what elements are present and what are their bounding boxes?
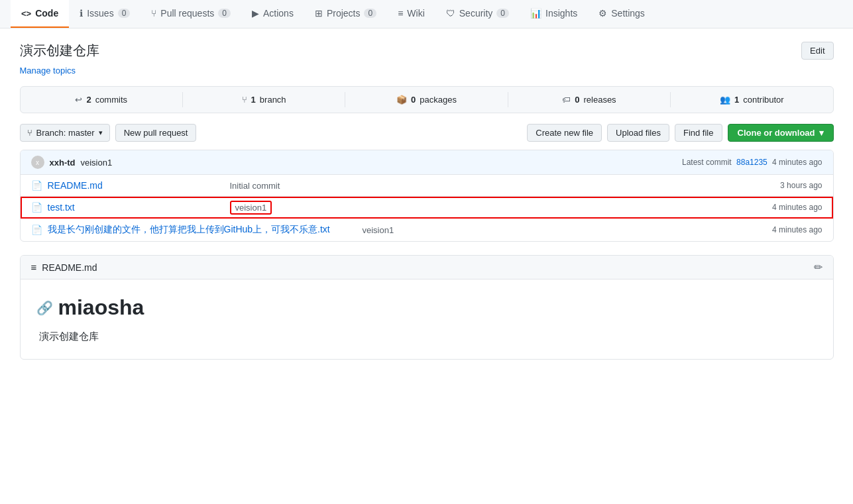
table-row: 📄 我是长勺刚创建的文件，他打算把我上传到GitHub上，可我不乐意.txt v… (21, 219, 833, 241)
action-bar-left: ⑂ Branch: master ▾ New pull request (20, 124, 197, 142)
file-time: 4 minutes ago (730, 203, 823, 212)
branch-icon: ⑂ (27, 128, 32, 138)
tab-actions[interactable]: ▶ Actions (241, 0, 304, 28)
file-icon: 📄 (31, 180, 42, 191)
file-commit-highlighted: veision1 (230, 201, 272, 215)
insights-icon: 📊 (530, 8, 541, 19)
edit-button[interactable]: Edit (801, 42, 833, 60)
tab-security[interactable]: 🛡 Security 0 (435, 0, 520, 28)
security-icon: 🛡 (446, 8, 455, 19)
commit-row-left: x xxh-td veision1 (31, 156, 113, 169)
file-link[interactable]: 我是长勺刚创建的文件，他打算把我上传到GitHub上，可我不乐意.txt (48, 224, 330, 236)
action-bar: ⑂ Branch: master ▾ New pull request Crea… (20, 124, 834, 142)
tab-bar: <> Code ℹ Issues 0 ⑂ Pull requests 0 ▶ A… (0, 0, 853, 28)
readme-title: ≡ README.md (31, 262, 97, 273)
projects-icon: ⊞ (315, 8, 323, 19)
stats-bar: ↩ 2 commits ⑂ 1 branch 📦 0 packages 🏷 0 … (20, 86, 834, 113)
file-table: x xxh-td veision1 Latest commit 88a1235 … (20, 150, 834, 242)
table-row: 📄 README.md Initial commit 3 hours ago (21, 175, 833, 197)
packages-stat[interactable]: 📦 0 packages (345, 92, 508, 107)
code-icon: <> (21, 9, 31, 19)
contributors-icon: 👥 (720, 95, 730, 105)
releases-stat[interactable]: 🏷 0 releases (508, 92, 671, 107)
file-icon: 📄 (31, 202, 42, 213)
commits-stat[interactable]: ↩ 2 commits (21, 92, 183, 107)
branch-icon: ⑂ (242, 95, 247, 105)
file-time: 3 hours ago (730, 181, 823, 190)
repo-title: 演示创建仓库 (20, 42, 99, 60)
commit-hash-link[interactable]: 88a1235 (736, 158, 768, 167)
tab-projects[interactable]: ⊞ Projects 0 (304, 0, 387, 28)
upload-files-button[interactable]: Upload files (607, 124, 669, 142)
issues-icon: ℹ (80, 8, 83, 19)
security-badge: 0 (496, 9, 509, 18)
chevron-down-icon: ▾ (99, 128, 103, 137)
readme-section: ≡ README.md ✏ 🔗 miaosha 演示创建仓库 (20, 255, 834, 360)
link-icon: 🔗 (36, 300, 53, 316)
table-row: 📄 test.txt veision1 4 minutes ago (21, 197, 833, 219)
readme-heading: 🔗 miaosha (36, 295, 817, 320)
tab-wiki[interactable]: ≡ Wiki (387, 0, 435, 28)
avatar: x (31, 156, 44, 169)
readme-header: ≡ README.md ✏ (21, 256, 833, 279)
readme-icon: ≡ (31, 262, 37, 273)
file-commit-msg: Initial commit (230, 181, 730, 191)
find-file-button[interactable]: Find file (675, 124, 722, 142)
wiki-icon: ≡ (398, 8, 403, 19)
action-bar-right: Create new file Upload files Find file C… (527, 124, 833, 142)
pr-icon: ⑂ (151, 8, 156, 19)
commits-icon: ↩ (75, 95, 82, 105)
tab-code[interactable]: <> Code (11, 0, 69, 28)
readme-edit-icon[interactable]: ✏ (814, 261, 823, 274)
file-icon: 📄 (31, 225, 42, 235)
repo-header: 演示创建仓库 Edit (20, 42, 834, 60)
manage-topics-link[interactable]: Manage topics (20, 66, 76, 76)
issues-badge: 0 (118, 9, 131, 18)
main-content: 演示创建仓库 Edit Manage topics ↩ 2 commits ⑂ … (9, 28, 844, 373)
tab-issues[interactable]: ℹ Issues 0 (69, 0, 141, 28)
file-link[interactable]: test.txt (48, 202, 75, 213)
latest-commit-row: x xxh-td veision1 Latest commit 88a1235 … (21, 150, 833, 175)
actions-icon: ▶ (252, 8, 259, 19)
file-time: 4 minutes ago (730, 225, 823, 234)
contributors-stat[interactable]: 👥 1 contributor (671, 92, 832, 107)
branch-selector[interactable]: ⑂ Branch: master ▾ (20, 124, 110, 142)
file-link[interactable]: README.md (48, 180, 103, 191)
commit-row-right: Latest commit 88a1235 4 minutes ago (682, 158, 823, 167)
create-new-file-button[interactable]: Create new file (527, 124, 602, 142)
clone-or-download-button[interactable]: Clone or download ▾ (728, 124, 834, 142)
releases-icon: 🏷 (562, 95, 571, 105)
chevron-down-icon: ▾ (819, 128, 824, 138)
tab-insights[interactable]: 📊 Insights (520, 0, 588, 28)
package-icon: 📦 (396, 95, 407, 105)
readme-body: 🔗 miaosha 演示创建仓库 (21, 279, 833, 359)
tab-settings[interactable]: ⚙ Settings (588, 0, 655, 28)
settings-icon: ⚙ (598, 8, 607, 19)
branches-stat[interactable]: ⑂ 1 branch (183, 92, 345, 107)
pr-badge: 0 (218, 9, 231, 18)
new-pull-request-button[interactable]: New pull request (115, 124, 197, 142)
file-commit-msg: veision1 (363, 225, 730, 235)
tab-pull-requests[interactable]: ⑂ Pull requests 0 (141, 0, 241, 28)
readme-description: 演示创建仓库 (36, 330, 817, 343)
projects-badge: 0 (364, 9, 376, 18)
